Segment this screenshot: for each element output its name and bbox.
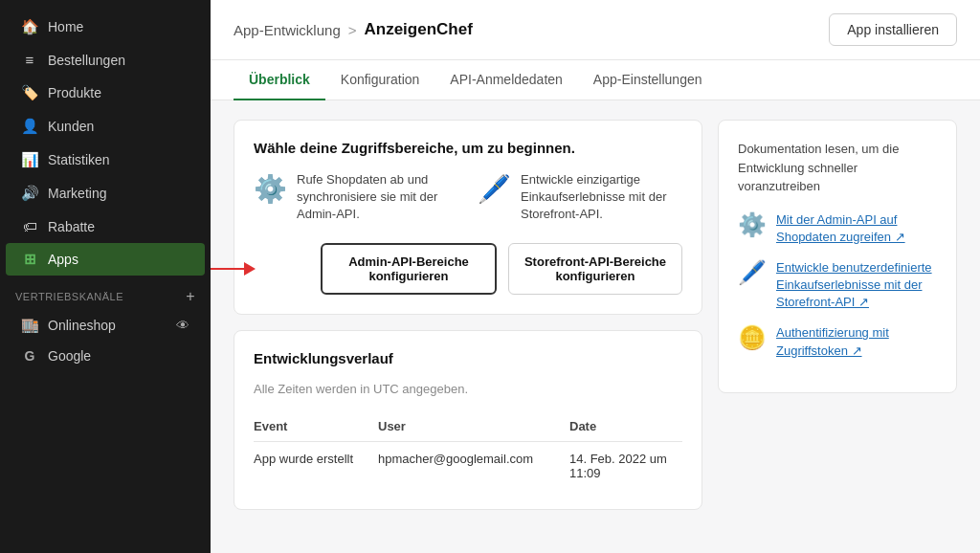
sidebar-item-label: Rabatte bbox=[48, 219, 95, 234]
sidebar: 🏠 Home ≡ Bestellungen 🏷️ Produkte 👤 Kund… bbox=[0, 0, 211, 553]
col-event: Event bbox=[254, 411, 378, 442]
doc-link-item-auth: 🪙 Authentifizierung mit Zugriffstoken ↗ bbox=[738, 324, 937, 359]
sidebar-item-label: Statistiken bbox=[48, 152, 110, 167]
sidebar-item-label: Apps bbox=[48, 252, 78, 267]
arrow-indicator bbox=[211, 262, 256, 276]
doc-link-item-storefront: 🖊️ Entwickle benutzerdefinierte Einkaufs… bbox=[738, 259, 937, 312]
table-row: App wurde erstellt hpmacher@googlemail.c… bbox=[254, 441, 682, 490]
access-option-admin-text: Rufe Shopdaten ab und synchronisiere sie… bbox=[297, 171, 458, 224]
tab-app-einstellungen[interactable]: App-Einstellungen bbox=[578, 60, 718, 100]
breadcrumb: App-Entwicklung > AnzeigenChef bbox=[234, 20, 473, 39]
apps-icon: ⊞ bbox=[21, 251, 38, 268]
doc-admin-icon: ⚙️ bbox=[738, 211, 767, 238]
doc-link-item-admin: ⚙️ Mit der Admin-API auf Shopdaten zugre… bbox=[738, 211, 937, 246]
col-user: User bbox=[378, 411, 569, 442]
dev-log-subtitle: Alle Zeiten werden in UTC angegeben. bbox=[254, 382, 682, 396]
arrow-head bbox=[244, 262, 256, 276]
sidebar-item-home[interactable]: 🏠 Home bbox=[6, 11, 205, 43]
tab-bar: Überblick Konfiguration API-Anmeldedaten… bbox=[211, 60, 980, 100]
col-date: Date bbox=[569, 411, 682, 442]
dev-log-card: Entwicklungsverlauf Alle Zeiten werden i… bbox=[234, 330, 702, 510]
log-event: App wurde erstellt bbox=[254, 441, 378, 490]
right-column: Dokumentation lesen, um die Entwicklung … bbox=[718, 120, 957, 534]
doc-link-auth[interactable]: Authentifizierung mit Zugriffstoken ↗ bbox=[776, 324, 937, 359]
access-options: ⚙️ Rufe Shopdaten ab und synchronisiere … bbox=[254, 171, 682, 224]
log-user: hpmacher@googlemail.com bbox=[378, 441, 569, 490]
breadcrumb-parent: App-Entwicklung bbox=[234, 22, 341, 38]
add-channel-icon[interactable]: + bbox=[186, 288, 195, 305]
sidebar-item-rabatte[interactable]: 🏷 Rabatte bbox=[6, 210, 205, 242]
breadcrumb-arrow: > bbox=[348, 22, 357, 38]
access-option-storefront: 🖊️ Entwickle einzigartige Einkaufserlebn… bbox=[478, 171, 682, 224]
left-column: Wähle deine Zugriffsbereiche, um zu begi… bbox=[234, 120, 702, 534]
tab-ueberblick[interactable]: Überblick bbox=[234, 60, 325, 100]
admin-api-icon: ⚙️ bbox=[254, 173, 287, 205]
sidebar-item-bestellungen[interactable]: ≡ Bestellungen bbox=[6, 44, 205, 76]
customers-icon: 👤 bbox=[21, 118, 38, 135]
access-card-title: Wähle deine Zugriffsbereiche, um zu begi… bbox=[254, 140, 682, 156]
sidebar-section-vertriebskanaele: Vertriebskanäle + bbox=[0, 276, 211, 309]
doc-storefront-icon: 🖊️ bbox=[738, 259, 767, 286]
tab-api-anmeldedaten[interactable]: API-Anmeldedaten bbox=[434, 60, 578, 100]
eye-icon[interactable]: 👁 bbox=[176, 318, 189, 333]
access-option-storefront-text: Entwickle einzigartige Einkaufserlebniss… bbox=[521, 171, 682, 224]
storefront-api-icon: 🖊️ bbox=[478, 173, 511, 205]
sidebar-item-marketing[interactable]: 🔊 Marketing bbox=[6, 177, 205, 210]
main-content: App-Entwicklung > AnzeigenChef App insta… bbox=[211, 0, 980, 553]
google-icon: G bbox=[21, 348, 38, 364]
admin-api-configure-button[interactable]: Admin-API-Bereiche konfigurieren bbox=[321, 243, 497, 295]
marketing-icon: 🔊 bbox=[21, 185, 38, 202]
arrow-line bbox=[211, 268, 244, 270]
sidebar-item-produkte[interactable]: 🏷️ Produkte bbox=[6, 77, 205, 109]
tab-konfiguration[interactable]: Konfiguration bbox=[325, 60, 435, 100]
storefront-api-configure-button[interactable]: Storefront-API-Bereiche konfigurieren bbox=[508, 243, 682, 295]
stats-icon: 📊 bbox=[21, 151, 38, 168]
sidebar-item-label: Produkte bbox=[48, 85, 101, 100]
log-date: 14. Feb. 2022 um 11:09 bbox=[569, 441, 682, 490]
sidebar-item-label: Kunden bbox=[48, 119, 94, 134]
doc-link-storefront[interactable]: Entwickle benutzerdefinierte Einkaufserl… bbox=[776, 259, 937, 312]
page-header: App-Entwicklung > AnzeigenChef App insta… bbox=[211, 0, 980, 60]
access-option-admin: ⚙️ Rufe Shopdaten ab und synchronisiere … bbox=[254, 171, 458, 224]
sidebar-item-google[interactable]: G Google bbox=[6, 342, 205, 370]
sidebar-item-label: Bestellungen bbox=[48, 53, 125, 68]
products-icon: 🏷️ bbox=[21, 84, 38, 101]
dev-log-title: Entwicklungsverlauf bbox=[254, 350, 682, 366]
install-app-button[interactable]: App installieren bbox=[829, 13, 957, 46]
dev-log-table: Event User Date App wurde erstellt hpmac… bbox=[254, 411, 682, 490]
action-buttons: Admin-API-Bereiche konfigurieren Storefr… bbox=[254, 243, 682, 295]
doc-intro-text: Dokumentation lesen, um die Entwicklung … bbox=[738, 140, 937, 196]
shop-icon: 🏬 bbox=[21, 317, 38, 334]
orders-icon: ≡ bbox=[21, 52, 38, 68]
home-icon: 🏠 bbox=[21, 18, 38, 35]
sidebar-item-kunden[interactable]: 👤 Kunden bbox=[6, 110, 205, 143]
sidebar-item-label: Marketing bbox=[48, 186, 106, 201]
discount-icon: 🏷 bbox=[21, 218, 38, 234]
access-card: Wähle deine Zugriffsbereiche, um zu begi… bbox=[234, 120, 702, 315]
documentation-card: Dokumentation lesen, um die Entwicklung … bbox=[718, 120, 957, 393]
content-area: Wähle deine Zugriffsbereiche, um zu begi… bbox=[211, 100, 980, 553]
sidebar-item-label: Home bbox=[48, 19, 83, 34]
sidebar-item-onlineshop[interactable]: 🏬 Onlineshop 👁 bbox=[6, 310, 205, 341]
breadcrumb-current: AnzeigenChef bbox=[365, 20, 473, 39]
sidebar-item-statistiken[interactable]: 📊 Statistiken bbox=[6, 144, 205, 176]
doc-auth-icon: 🪙 bbox=[738, 324, 767, 351]
sidebar-item-apps[interactable]: ⊞ Apps bbox=[6, 243, 205, 276]
doc-link-admin[interactable]: Mit der Admin-API auf Shopdaten zugreife… bbox=[776, 211, 937, 246]
